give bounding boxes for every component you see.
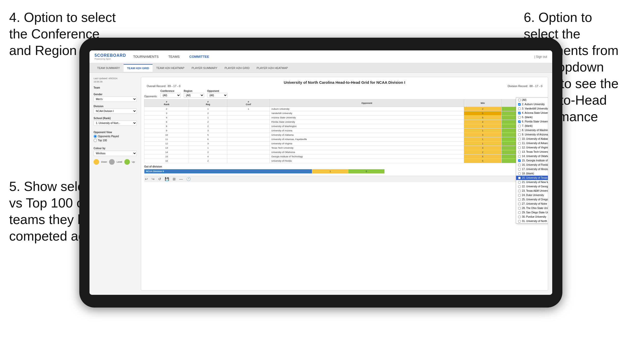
table-row: 4 1 Arizona State University 5 1 bbox=[144, 116, 545, 120]
dropdown-item[interactable]: 2. Auburn University bbox=[516, 102, 548, 106]
cell-rank: 11 bbox=[144, 137, 189, 142]
dropdown-item[interactable]: 16. University of Florida bbox=[516, 163, 548, 167]
gender-select[interactable]: Men's bbox=[94, 96, 137, 102]
cell-conf bbox=[227, 146, 270, 150]
radio-top-100[interactable]: Top 100 bbox=[94, 139, 137, 142]
undo-btn[interactable]: ↩ bbox=[144, 177, 149, 181]
out-of-division-table: NCAA Division II 1 0 bbox=[144, 169, 385, 174]
cell-name: University of Arkansas, Fayetteville bbox=[270, 137, 464, 142]
dropdown-item[interactable]: 3. Vanderbilt University bbox=[516, 106, 548, 111]
dropdown-item[interactable]: 10. University of Alabama bbox=[516, 137, 548, 141]
cell-name: Texas Tech University bbox=[270, 146, 464, 150]
cell-name: Florida State University bbox=[270, 120, 464, 124]
cell-win: 0 bbox=[464, 111, 501, 116]
school-select[interactable]: 1. University of Nort... bbox=[94, 120, 137, 126]
dropdown-item[interactable]: (All) bbox=[516, 98, 548, 102]
table-row: 14 2 University of Oklahoma 2 2 bbox=[144, 150, 545, 155]
opponent-dropdown-overlay[interactable]: (All) 2. Auburn University 3. Vanderbilt… bbox=[516, 98, 545, 105]
dropdown-item[interactable]: 20. University of Texas bbox=[516, 176, 548, 180]
dropdown-item[interactable]: 28. The Ohio State University bbox=[516, 206, 548, 210]
cell-win: 4 bbox=[464, 120, 501, 124]
dropdown-item[interactable]: 23. Texas A&M University bbox=[516, 189, 548, 193]
nav-committee[interactable]: COMMITTEE bbox=[188, 55, 210, 59]
cell-win: 2 bbox=[464, 107, 501, 111]
clock-btn[interactable]: 🕐 bbox=[186, 177, 191, 181]
nav-teams[interactable]: TEAMS bbox=[167, 55, 181, 59]
radio-opponents-played[interactable]: Opponents Played bbox=[94, 135, 137, 138]
col-opponent: Opponent bbox=[270, 100, 464, 107]
dropdown-item[interactable]: 5. (blank) bbox=[516, 115, 548, 119]
division-section: Division NCAA Division I bbox=[94, 105, 137, 114]
cell-rank: 3 bbox=[144, 111, 189, 116]
down-circle bbox=[94, 159, 99, 165]
cell-name: University of Arizona bbox=[270, 129, 464, 133]
dropdown-item[interactable]: 21. University of New Mexico bbox=[516, 180, 548, 184]
nav-sign-out[interactable]: | Sign out bbox=[534, 55, 547, 59]
dropdown-list: (All) 2. Auburn University 3. Vanderbilt… bbox=[516, 98, 548, 224]
cell-conf bbox=[227, 142, 270, 146]
dropdown-item[interactable]: 22. University of Georgia bbox=[516, 184, 548, 189]
subnav-player-h2h-heatmap[interactable]: PLAYER H2H HEATMAP bbox=[253, 64, 291, 72]
team-section: Team bbox=[94, 86, 137, 90]
dropdown-item[interactable]: 17. University of Illinois bbox=[516, 167, 548, 171]
cell-conf bbox=[227, 129, 270, 133]
dropdown-item[interactable]: 31. University of North Florida bbox=[516, 219, 548, 223]
colour-legend: Down Level Up bbox=[94, 159, 137, 165]
dropdown-item[interactable]: 12. University of Virginia bbox=[516, 145, 548, 150]
sub-nav: TEAM SUMMARY TEAM H2H GRID TEAM H2H HEAT… bbox=[89, 63, 552, 73]
cell-win: 5 bbox=[464, 159, 501, 163]
tablet-screen: 5COREBOARD Powered by Sport TOURNAMENTS … bbox=[89, 50, 552, 295]
cell-win: 1 bbox=[464, 124, 501, 129]
dropdown-item[interactable]: 25. University of Oregon bbox=[516, 197, 548, 202]
cell-conf bbox=[227, 159, 270, 163]
ncaa-div2-loss: 0 bbox=[348, 169, 384, 174]
dropdown-item[interactable]: 13. Texas Tech University bbox=[516, 150, 548, 154]
cell-name: University of Oklahoma bbox=[270, 150, 464, 155]
subnav-team-h2h-grid[interactable]: TEAM H2H GRID bbox=[124, 64, 153, 72]
cell-rank: 4 bbox=[144, 116, 189, 120]
division-select[interactable]: NCAA Division I bbox=[94, 108, 137, 114]
dropdown-item[interactable]: 18. (blank) bbox=[516, 171, 548, 176]
dropdown-item[interactable]: 24. Duke University bbox=[516, 193, 548, 197]
dropdown-item[interactable]: 7. (blank) bbox=[516, 124, 548, 128]
region-select[interactable]: (All) bbox=[184, 93, 204, 98]
copy-btn[interactable]: ⊞ bbox=[172, 177, 176, 181]
dropdown-item[interactable]: 6. Florida State University bbox=[516, 119, 548, 124]
dropdown-item[interactable]: 4. Arizona State University bbox=[516, 111, 548, 115]
cell-reg: 2 bbox=[189, 111, 227, 116]
dropdown-item[interactable]: 14. University of Oklahoma bbox=[516, 154, 548, 158]
nav-tournaments[interactable]: TOURNAMENTS bbox=[132, 55, 160, 59]
h2h-table: #Rank #Reg #Conf Opponent Win Loss 2 1 1… bbox=[144, 99, 545, 163]
table-header-row: #Rank #Reg #Conf Opponent Win Loss bbox=[144, 100, 545, 107]
main-content: Last Updated: 4/9/2024 16:55:38 Team Gen… bbox=[89, 73, 552, 295]
cell-win: 5 bbox=[464, 116, 501, 120]
dropdown-item[interactable]: 29. San Diego State University bbox=[516, 210, 548, 215]
cell-name: Arizona State University bbox=[270, 116, 464, 120]
conference-select[interactable]: (All) bbox=[160, 93, 181, 98]
refresh-btn[interactable]: ↺ bbox=[157, 177, 162, 181]
opponent-select[interactable]: (All) bbox=[207, 93, 228, 98]
region-filter: Region (All) bbox=[184, 90, 204, 98]
redo-btn[interactable]: ↪ bbox=[151, 177, 155, 181]
filter-row: Opponents: Conference (All) Region (All) bbox=[144, 90, 545, 98]
cell-reg: 1 bbox=[189, 116, 227, 120]
dropdown-item[interactable]: 27. University of Notre Dame bbox=[516, 202, 548, 206]
dash-btn[interactable]: — bbox=[178, 177, 184, 181]
dropdown-item[interactable]: 11. University of Arkansas, Fayetteville bbox=[516, 141, 548, 145]
colour-by-select[interactable]: Win/loss bbox=[94, 151, 137, 156]
subnav-player-h2h-grid[interactable]: PLAYER H2H GRID bbox=[221, 64, 253, 72]
subnav-team-summary[interactable]: TEAM SUMMARY bbox=[94, 64, 124, 72]
subnav-player-summary[interactable]: PLAYER SUMMARY bbox=[188, 64, 221, 72]
dropdown-item[interactable]: 9. University of Arizona bbox=[516, 132, 548, 137]
table-row: 11 6 University of Arkansas, Fayettevill… bbox=[144, 137, 545, 142]
save-btn[interactable]: 💾 bbox=[164, 177, 170, 181]
content-area: University of North Carolina Head-to-Hea… bbox=[141, 77, 548, 291]
dropdown-item[interactable]: 15. Georgia Institute of Technology bbox=[516, 158, 548, 163]
cell-win: 1 bbox=[464, 142, 501, 146]
dropdown-item[interactable]: 30. Purdue University bbox=[516, 215, 548, 219]
subnav-team-h2h-heatmap[interactable]: TEAM H2H HEATMAP bbox=[153, 64, 188, 72]
opponent-filter: Opponent (All) bbox=[207, 90, 228, 98]
cell-reg: 2 bbox=[189, 124, 227, 129]
dropdown-item[interactable]: 8. University of Washington bbox=[516, 128, 548, 132]
cell-conf bbox=[227, 116, 270, 120]
